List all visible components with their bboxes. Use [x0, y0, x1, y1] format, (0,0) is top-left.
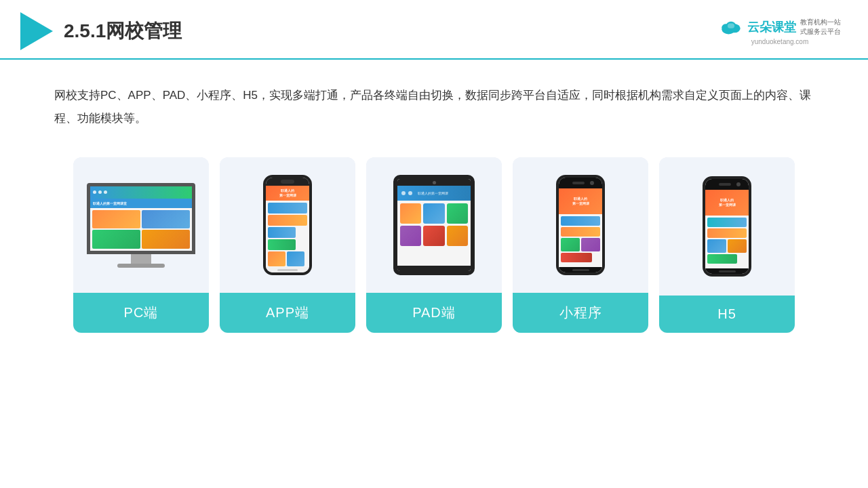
brand-url: yunduoketang.com [751, 38, 809, 45]
card-pc: 职通人的第一堂网课堂 PC端 [73, 157, 209, 333]
header-left: 2.5.1网校管理 [20, 12, 182, 50]
cloud-icon [719, 18, 743, 36]
header: 2.5.1网校管理 云朵课堂 教育机构一站式服务云平台 yunduoketang… [0, 0, 868, 60]
monitor-screen: 职通人的第一堂网课堂 [87, 183, 195, 254]
tablet-icon: 职通人的第一堂网课 [393, 175, 475, 275]
brand-cloud: 云朵课堂 教育机构一站式服务云平台 [719, 18, 841, 37]
card-pad-image: 职通人的第一堂网课 [366, 157, 502, 293]
card-pad-label: PAD端 [366, 293, 502, 333]
pc-monitor-icon: 职通人的第一堂网课堂 [87, 183, 195, 268]
brand-name: 云朵课堂 [747, 19, 796, 35]
card-miniapp: 职通人的第一堂网课 小程序 [513, 157, 648, 333]
card-app-label: APP端 [220, 293, 355, 333]
brand-tagline: 教育机构一站式服务云平台 [800, 18, 841, 37]
card-pad: 职通人的第一堂网课 PAD端 [366, 157, 502, 333]
card-h5-image: 职通人的第一堂网课 [659, 157, 795, 296]
card-miniapp-image: 职通人的第一堂网课 [513, 157, 648, 293]
card-h5: 职通人的第一堂网课 H5 [659, 157, 795, 333]
card-h5-label: H5 [659, 296, 795, 333]
cards-container: 职通人的第一堂网课堂 PC端 [0, 144, 868, 333]
card-pc-image: 职通人的第一堂网课堂 [73, 157, 209, 293]
card-app: 职通人的第一堂网课 APP端 [220, 157, 355, 333]
card-pc-label: PC端 [73, 293, 209, 333]
description-text: 网校支持PC、APP、PAD、小程序、H5，实现多端打通，产品各终端自由切换，数… [0, 60, 868, 144]
card-app-image: 职通人的第一堂网课 [220, 157, 355, 293]
card-miniapp-label: 小程序 [513, 293, 648, 333]
phone-app-icon: 职通人的第一堂网课 [263, 175, 312, 275]
page-title: 2.5.1网校管理 [64, 18, 182, 44]
svg-rect-4 [728, 23, 734, 28]
phone-h5-icon: 职通人的第一堂网课 [703, 176, 751, 277]
logo-triangle-icon [20, 12, 53, 50]
brand-logo: 云朵课堂 教育机构一站式服务云平台 yunduoketang.com [719, 18, 841, 45]
phone-miniapp-icon: 职通人的第一堂网课 [556, 175, 605, 275]
